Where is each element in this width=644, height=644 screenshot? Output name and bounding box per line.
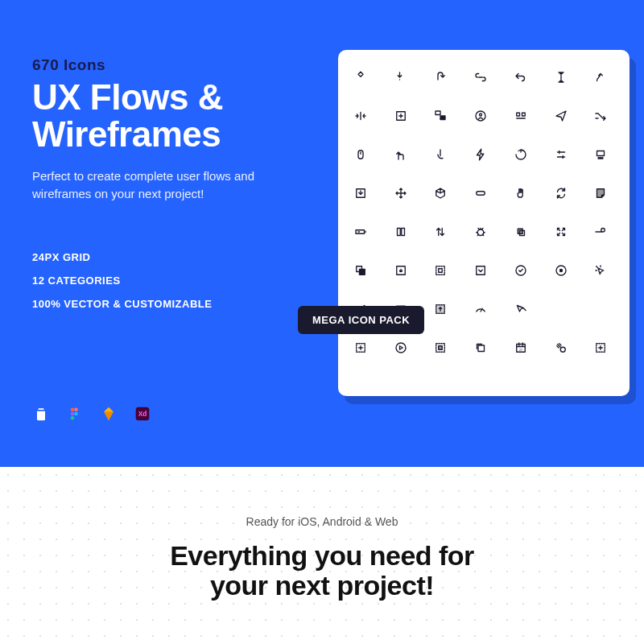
cube-icon xyxy=(432,185,448,201)
icon-preview-panel: 404 27 xyxy=(338,50,630,396)
download-box-icon xyxy=(353,185,369,201)
svg-rect-13 xyxy=(522,113,525,116)
hand-icon xyxy=(513,185,529,201)
arrow-curve-icon xyxy=(592,69,609,85)
target-icon xyxy=(553,262,569,279)
svg-point-1 xyxy=(74,408,78,412)
mouse-icon xyxy=(353,147,369,163)
svg-rect-30 xyxy=(436,266,445,275)
svg-rect-25 xyxy=(518,229,522,233)
send-icon xyxy=(553,108,569,124)
svg-rect-8 xyxy=(436,111,440,115)
layout-icon xyxy=(393,108,409,124)
refresh-icon xyxy=(553,185,569,201)
svg-rect-32 xyxy=(477,266,485,275)
copy-icon xyxy=(473,340,489,356)
bolt-icon xyxy=(473,147,489,163)
link-icon xyxy=(473,69,489,85)
svg-point-35 xyxy=(559,270,562,272)
adobe-xd-icon: Xd xyxy=(134,405,151,423)
svg-rect-28 xyxy=(360,270,365,275)
secondary-section: Ready for iOS, Android & Web Everything … xyxy=(0,467,644,644)
user-circle-icon xyxy=(473,108,489,124)
svg-text:Xd: Xd xyxy=(138,410,147,418)
svg-rect-31 xyxy=(439,269,443,273)
section2-title: Everything you need for your next projec… xyxy=(32,541,612,601)
svg-point-18 xyxy=(602,158,604,159)
svg-rect-42 xyxy=(439,346,443,350)
svg-rect-9 xyxy=(440,116,445,120)
tap-icon xyxy=(393,262,409,279)
svg-point-0 xyxy=(71,408,75,412)
calendar-icon: 27 xyxy=(513,340,529,356)
windows-icon xyxy=(432,108,448,124)
upload-area-icon xyxy=(432,301,448,317)
mega-pack-badge: MEGA ICON PACK xyxy=(298,306,424,334)
svg-point-16 xyxy=(598,158,600,159)
tool-icons-row: Xd xyxy=(32,405,151,423)
branch-icon xyxy=(393,147,409,163)
gauge-icon xyxy=(473,301,489,317)
svg-point-4 xyxy=(71,416,75,420)
expand-icon xyxy=(553,224,569,240)
placeholder-icon xyxy=(553,301,569,317)
svg-text:27: 27 xyxy=(519,349,522,352)
cursor-click-icon xyxy=(592,262,609,279)
sketch-icon xyxy=(100,405,118,423)
bug-icon xyxy=(473,224,489,240)
select-area-icon xyxy=(432,262,448,279)
svg-rect-15 xyxy=(597,151,605,156)
columns-icon xyxy=(393,224,409,240)
hero-section: 670 Icons UX Flows & Wireframes Perfect … xyxy=(0,0,644,467)
battery-icon xyxy=(353,224,369,240)
meteor-icon xyxy=(553,340,569,356)
toggle-icon xyxy=(592,224,609,240)
svg-rect-12 xyxy=(517,113,520,116)
collapse-horizontal-icon xyxy=(353,108,369,124)
grid-icon xyxy=(513,108,529,124)
play-circle-icon xyxy=(393,340,409,356)
add-dashed-icon xyxy=(592,340,609,356)
resize-vertical-icon xyxy=(553,69,569,85)
svg-rect-23 xyxy=(401,229,404,236)
u-turn-icon xyxy=(432,69,448,85)
section2-eyebrow: Ready for iOS, Android & Web xyxy=(32,515,612,528)
svg-rect-14 xyxy=(358,151,363,159)
svg-rect-43 xyxy=(478,345,485,352)
layers-icon xyxy=(513,224,529,240)
subtitle-text: Perfect to create complete user flows an… xyxy=(32,167,306,203)
svg-point-17 xyxy=(601,158,602,159)
svg-rect-22 xyxy=(397,229,400,236)
undo-icon xyxy=(513,69,529,85)
move-icon xyxy=(393,185,409,201)
svg-point-2 xyxy=(71,412,75,416)
placeholder-icon xyxy=(592,301,609,317)
figma-icon xyxy=(66,405,84,423)
shuffle-icon xyxy=(592,108,609,124)
check-circle-icon xyxy=(513,262,529,279)
pointer-arrow-icon xyxy=(513,301,529,317)
dropdown-icon xyxy=(473,262,489,279)
note-icon xyxy=(592,185,609,201)
svg-rect-21 xyxy=(356,230,365,234)
svg-point-3 xyxy=(74,412,78,416)
pill-icon xyxy=(473,185,489,201)
swap-vertical-icon xyxy=(432,224,448,240)
rotate-icon xyxy=(513,147,529,163)
iconjar-icon xyxy=(32,405,50,423)
svg-rect-20 xyxy=(477,192,485,196)
touch-icon xyxy=(432,147,448,163)
pointer-icon xyxy=(393,69,409,85)
add-box-icon xyxy=(353,340,369,356)
svg-point-40 xyxy=(396,343,406,353)
selection-icon xyxy=(432,340,448,356)
overlap-icon xyxy=(353,262,369,279)
diamond-icon xyxy=(353,69,369,85)
svg-point-11 xyxy=(480,114,482,116)
sliders-icon xyxy=(553,147,569,163)
carousel-icon xyxy=(592,147,609,163)
svg-point-46 xyxy=(560,347,565,352)
